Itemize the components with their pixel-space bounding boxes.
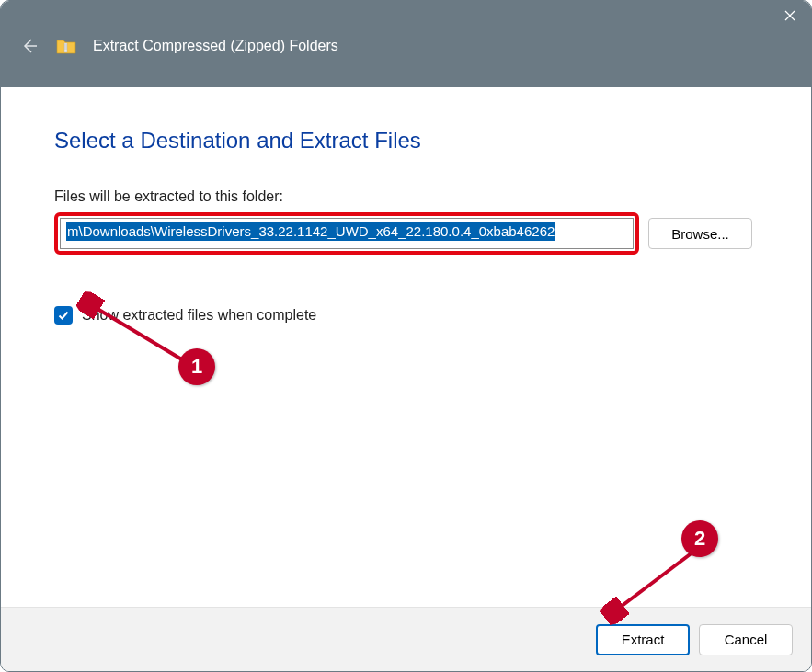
cancel-button[interactable]: Cancel — [699, 624, 793, 655]
svg-rect-3 — [64, 43, 67, 52]
show-files-label: Show extracted files when complete — [82, 307, 316, 324]
destination-path-value: m\Downloads\WirelessDrivers_33.22.1142_U… — [66, 222, 555, 241]
show-files-checkbox[interactable] — [54, 306, 73, 325]
page-heading: Select a Destination and Extract Files — [54, 128, 758, 154]
checkmark-icon — [57, 309, 70, 322]
window-title: Extract Compressed (Zipped) Folders — [93, 38, 338, 54]
zipped-folder-icon — [56, 37, 76, 55]
browse-button[interactable]: Browse... — [648, 218, 752, 249]
footer: Extract Cancel — [1, 607, 811, 671]
extract-button[interactable]: Extract — [596, 624, 690, 655]
titlebar: Extract Compressed (Zipped) Folders — [1, 1, 811, 87]
path-label: Files will be extracted to this folder: — [54, 188, 758, 205]
annotation-highlight-path: m\Downloads\WirelessDrivers_33.22.1142_U… — [54, 212, 639, 255]
back-button[interactable] — [19, 36, 40, 56]
close-button[interactable] — [769, 1, 811, 30]
destination-path-input[interactable]: m\Downloads\WirelessDrivers_33.22.1142_U… — [60, 218, 634, 249]
content-area: Select a Destination and Extract Files F… — [1, 87, 811, 607]
extract-wizard-window: Extract Compressed (Zipped) Folders Sele… — [0, 0, 812, 672]
